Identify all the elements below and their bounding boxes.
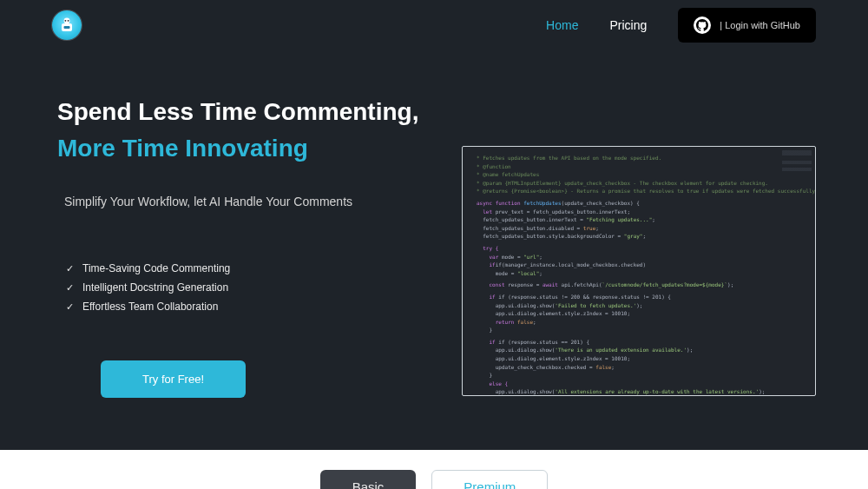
hero-section: Spend Less Time Commenting, More Time In… xyxy=(0,50,868,450)
hero-title-accent: More Time Innovating xyxy=(57,135,308,162)
hero-subtitle: Simplify Your Workflow, let AI Handle Yo… xyxy=(57,195,427,208)
pricing-tabs: Basic Premium xyxy=(0,450,868,489)
login-label: | Login with GitHub xyxy=(720,20,800,30)
tab-basic[interactable]: Basic xyxy=(320,470,417,489)
svg-rect-4 xyxy=(64,26,70,29)
login-github-button[interactable]: | Login with GitHub xyxy=(678,8,816,43)
nav-pricing[interactable]: Pricing xyxy=(609,18,647,32)
tab-premium[interactable]: Premium xyxy=(431,470,548,489)
feature-item: Effortless Team Collaboration xyxy=(66,299,427,315)
svg-point-2 xyxy=(65,20,67,22)
logo[interactable] xyxy=(52,10,82,40)
feature-list: Time-Saving Code Commenting Intelligent … xyxy=(57,261,427,316)
try-free-button[interactable]: Try for Free! xyxy=(101,360,246,398)
robot-icon xyxy=(56,15,77,36)
feature-item: Intelligent Docstring Generation xyxy=(66,280,427,296)
hero-content: Spend Less Time Commenting, More Time In… xyxy=(57,94,427,398)
hero-title-plain: Spend Less Time Commenting, xyxy=(57,98,418,125)
minimap xyxy=(782,150,812,202)
header: Home Pricing | Login with GitHub xyxy=(0,0,868,50)
nav: Home Pricing | Login with GitHub xyxy=(546,8,816,43)
code-preview: * Fetches updates from the API based on … xyxy=(462,146,816,396)
svg-point-3 xyxy=(68,20,69,22)
nav-home[interactable]: Home xyxy=(546,18,578,32)
hero-title: Spend Less Time Commenting, More Time In… xyxy=(57,94,427,167)
github-icon xyxy=(694,17,711,34)
feature-item: Time-Saving Code Commenting xyxy=(66,261,427,277)
